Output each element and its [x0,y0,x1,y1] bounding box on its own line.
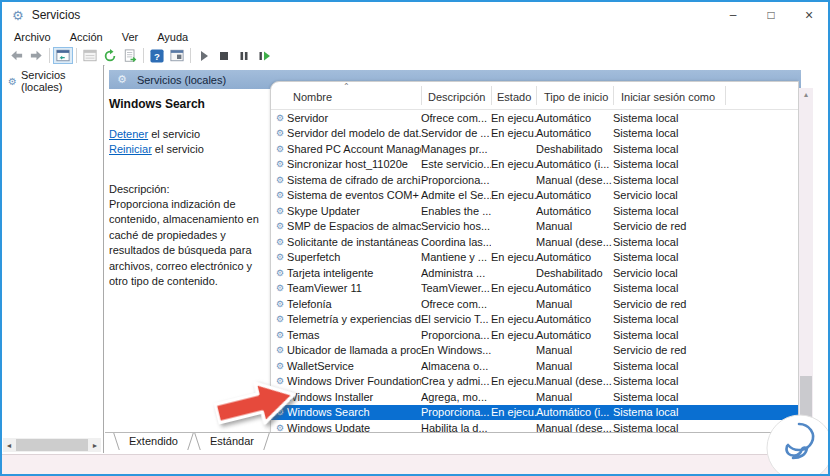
table-row[interactable]: ⚙TeamViewer 11TeamViewer...En ejecu...Au… [271,281,798,297]
table-row[interactable]: ⚙Telemetría y experiencias de...El servi… [271,312,798,328]
bottom-strip [2,454,828,474]
service-logon-as: Servicio de red [613,298,725,310]
start-service-icon[interactable] [194,47,214,64]
gear-icon: ⚙ [276,175,284,185]
scroll-right-icon[interactable]: ► [89,442,101,449]
table-row[interactable]: ⚙SMP de Espacios de almace...Servicio ho… [271,219,798,235]
service-startup-type: Automático [536,329,613,341]
services-table: ⌃ Nombre Descripción Estado Tipo de inic… [270,81,799,436]
maximize-button[interactable]: □ [752,8,790,22]
table-row[interactable]: ⚙SuperfetchMantiene y ...En ejecu...Auto… [271,250,798,266]
show-window-icon[interactable] [167,47,187,64]
table-row[interactable]: ⚙Windows Driver Foundation...Crea y admi… [271,374,798,390]
service-startup-type: Automático [536,189,613,201]
table-row[interactable]: ⚙Tarjeta inteligenteAdministra ...Deshab… [271,265,798,281]
table-row[interactable]: ⚙WalletServiceAlmacena o...ManualSistema… [271,358,798,374]
service-logon-as: Sistema local [613,205,725,217]
service-logon-as: Sistema local [613,236,725,248]
stop-service-link[interactable]: Detener [109,128,148,140]
table-row[interactable]: ⚙Solicitante de instantáneas ...Coordina… [271,234,798,250]
export-list-icon[interactable] [120,47,140,64]
table-row[interactable]: ⚙Ubicador de llamada a proc...En Windows… [271,343,798,359]
vertical-scrollbar[interactable]: ▴ ▾ [799,88,813,443]
column-header-tipo-de-inicio[interactable]: Tipo de inicio [544,91,608,103]
service-startup-type: Manual [536,344,613,356]
window-title: Servicios [32,8,81,22]
service-name: Servidor del modelo de dat... [287,127,421,139]
minimize-button[interactable]: – [714,8,752,22]
service-startup-type: Manual [536,360,613,372]
table-row[interactable]: ⚙Servidor del modelo de dat...Servidor d… [271,126,798,142]
menu-item-archivo[interactable]: Archivo [14,31,51,43]
table-row[interactable]: ⚙ServidorOfrece com...En ejecu...Automát… [271,110,798,126]
table-row[interactable]: ⚙Skype UpdaterEnables the ...AutomáticoS… [271,203,798,219]
table-row[interactable]: ⚙TelefoníaOfrece com...ManualServicio de… [271,296,798,312]
table-header: ⌃ Nombre Descripción Estado Tipo de inic… [271,82,798,110]
service-name: TeamViewer 11 [287,282,362,294]
panel-header-title: Servicios (locales) [137,74,226,86]
scroll-up-icon[interactable]: ▴ [799,88,813,101]
service-status: En ejecu... [491,112,536,124]
table-row[interactable]: ⚙Windows SearchProporciona...En ejecu...… [271,405,798,421]
horizontal-scrollbar[interactable]: ◄ ► [3,438,101,452]
stop-service-line: Detener el servicio [109,127,271,142]
close-button[interactable]: × [790,7,828,23]
service-startup-type: Manual [536,391,613,403]
view-tabs: Extendido Estándar [105,432,828,453]
gear-icon: ⚙ [276,345,284,355]
tab-extendido[interactable]: Extendido [113,433,194,451]
table-row[interactable]: ⚙Sincronizar host_11020eEste servicio...… [271,157,798,173]
refresh-icon[interactable] [100,47,120,64]
column-header-descripcion[interactable]: Descripción [428,91,485,103]
properties-icon[interactable] [80,47,100,64]
table-row[interactable]: ⚙Sistema de cifrado de archi...Proporcio… [271,172,798,188]
menu-bar: ArchivoAcciónVerAyuda [2,28,828,46]
service-name: Temas [287,329,319,341]
menu-item-ayuda[interactable]: Ayuda [157,31,188,43]
service-name: Windows Driver Foundation... [287,375,421,387]
table-row[interactable]: ⚙Windows InstallerAgrega, mo...ManualSis… [271,389,798,405]
service-status: En ejecu... [491,158,536,170]
restart-service-link[interactable]: Reiniciar [109,143,152,155]
service-description: Ofrece com... [421,112,491,124]
service-startup-type: Deshabilitado [536,143,613,155]
scroll-left-icon[interactable]: ◄ [3,442,15,449]
svg-text:?: ? [154,50,160,61]
service-startup-type: Automático (i... [536,158,613,170]
toolbar-separator [49,48,50,63]
column-header-iniciar-sesion[interactable]: Iniciar sesión como [621,91,715,103]
service-description: Admite el Se... [421,189,491,201]
gear-icon: ⚙ [276,299,284,309]
menu-item-ver[interactable]: Ver [122,31,139,43]
column-header-estado[interactable]: Estado [497,91,531,103]
service-startup-type: Manual (dese... [536,236,613,248]
service-description: Ofrece com... [421,298,491,310]
menu-item-accion[interactable]: Acción [70,31,103,43]
help-icon[interactable]: ? [147,47,167,64]
tree-item-servicios-locales[interactable]: ⚙ Servicios (locales) [2,65,103,95]
service-description: Coordina las... [421,236,491,248]
service-status: En ejecu... [491,313,536,325]
column-header-nombre[interactable]: Nombre [293,91,332,103]
service-startup-type: Automático [536,127,613,139]
back-icon[interactable] [6,47,26,64]
restart-service-icon[interactable] [254,47,274,64]
description-label: Descripción: [109,183,271,195]
restart-service-line: Reiniciar el servicio [109,142,271,157]
show-console-tree-icon[interactable] [53,47,73,64]
scrollbar-thumb[interactable] [16,439,88,451]
stop-service-icon[interactable] [214,47,234,64]
service-startup-type: Automático (i... [536,406,613,418]
service-name: Sincronizar host_11020e [287,158,408,170]
service-logon-as: Sistema local [613,251,725,263]
service-status: En ejecu... [491,375,536,387]
forward-icon[interactable] [26,47,46,64]
pause-service-icon[interactable] [234,47,254,64]
service-logon-as: Sistema local [613,127,725,139]
table-row[interactable]: ⚙TemasProporciona...En ejecu...Automátic… [271,327,798,343]
toolbar: ? [2,46,828,66]
console-tree-pane: ⚙ Servicios (locales) ◄ ► [2,65,104,453]
service-logon-as: Servicio de red [613,220,725,232]
table-row[interactable]: ⚙Sistema de eventos COM+Admite el Se...E… [271,188,798,204]
table-row[interactable]: ⚙Shared PC Account ManagerManages pr...D… [271,141,798,157]
